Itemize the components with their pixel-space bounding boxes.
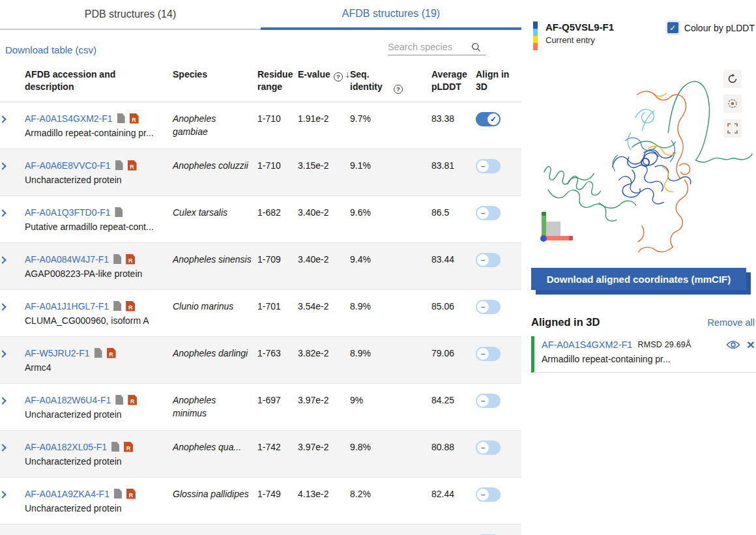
align-in-3d-toggle[interactable]: ✓ bbox=[476, 112, 501, 126]
table-row: AF-A0A1J1HGL7-F1 R CLUMA_CG000960, isofo… bbox=[0, 289, 521, 336]
search-species-input[interactable] bbox=[388, 42, 471, 52]
align-in-3d-toggle[interactable]: – bbox=[476, 394, 501, 408]
toggle-knob: – bbox=[477, 395, 489, 407]
viewer-controls bbox=[723, 70, 742, 137]
search-icon bbox=[471, 42, 481, 52]
accession-link[interactable]: AF-A0A6E8VVC0-F1 bbox=[25, 159, 111, 172]
r-file-icon[interactable]: R bbox=[126, 254, 135, 265]
remove-all-link[interactable]: Remove all bbox=[707, 317, 755, 328]
screenshot-button[interactable] bbox=[723, 94, 742, 113]
align-in-3d-toggle[interactable]: – bbox=[476, 206, 501, 220]
description-text: Armc4 bbox=[25, 361, 167, 374]
description-text: Putative armadillo repeat-cont... bbox=[25, 220, 167, 233]
accession-link[interactable]: AF-A0A1J1HGL7-F1 bbox=[25, 300, 109, 313]
current-entry-subtitle: Current entry bbox=[545, 35, 756, 45]
col-species: Species bbox=[173, 66, 257, 102]
expand-chevron-icon[interactable] bbox=[0, 162, 7, 169]
residue-range: 1-763 bbox=[257, 336, 298, 383]
seq-identity: 9.4% bbox=[350, 242, 431, 289]
document-file-icon[interactable] bbox=[115, 395, 123, 405]
align-in-3d-toggle[interactable]: – bbox=[476, 441, 501, 455]
document-file-icon[interactable] bbox=[117, 113, 125, 123]
align-in-3d-toggle[interactable]: – bbox=[476, 300, 501, 314]
colour-by-plddt-label: Colour by pLDDT bbox=[684, 23, 755, 33]
document-file-icon[interactable] bbox=[111, 442, 119, 452]
document-file-icon[interactable] bbox=[114, 489, 122, 499]
aligned-entry-card: AF-A0A1S4GXM2-F1 RMSD 29.69Å × Armadillo… bbox=[531, 336, 756, 373]
tab-afdb-structures[interactable]: AFDB structures (19) bbox=[261, 0, 521, 30]
expand-chevron-icon[interactable] bbox=[0, 491, 7, 498]
expand-chevron-icon[interactable] bbox=[0, 444, 7, 451]
toggle-knob: ✓ bbox=[487, 113, 499, 125]
align-in-3d-toggle[interactable]: – bbox=[476, 159, 501, 173]
aligned-entry-rmsd: RMSD 29.69Å bbox=[637, 340, 691, 349]
help-icon: ? bbox=[394, 85, 403, 94]
table-row: AF-A0A182W6U4-F1 R Uncharacterized prote… bbox=[0, 383, 521, 430]
help-icon: ? bbox=[334, 72, 343, 81]
origin-dot bbox=[540, 235, 547, 242]
r-file-icon[interactable]: R bbox=[128, 160, 137, 171]
seq-identity: 9.7% bbox=[350, 102, 431, 149]
expand-chevron-icon[interactable] bbox=[0, 397, 7, 404]
expand-chevron-icon[interactable] bbox=[0, 350, 7, 357]
toggle-knob: – bbox=[477, 348, 489, 360]
remove-aligned-entry-button[interactable]: × bbox=[747, 340, 755, 350]
download-csv-link[interactable]: Download table (csv) bbox=[5, 44, 96, 55]
accession-link[interactable]: AF-A0A1S4GXM2-F1 bbox=[25, 112, 113, 125]
expand-chevron-icon[interactable] bbox=[0, 115, 7, 123]
species-name: Anopheles gambiae bbox=[173, 113, 216, 137]
document-file-icon[interactable] bbox=[115, 160, 123, 170]
description-text: Uncharacterized protein bbox=[25, 408, 167, 421]
evalue: 5.61e-2 bbox=[298, 524, 350, 535]
accession-link[interactable]: AF-A0A1A9ZKA4-F1 bbox=[25, 487, 109, 500]
viewer-pane: AF-Q5VSL9-F1 Current entry ✓ Colour by p… bbox=[531, 0, 756, 535]
align-in-3d-toggle[interactable]: – bbox=[476, 347, 501, 361]
aligned-entry-link[interactable]: AF-A0A1S4GXM2-F1 bbox=[542, 340, 632, 350]
avg-plddt: 85.06 bbox=[431, 289, 476, 336]
document-file-icon[interactable] bbox=[113, 254, 121, 264]
r-file-icon[interactable]: R bbox=[107, 348, 116, 358]
expand-chevron-icon[interactable] bbox=[0, 303, 7, 310]
r-file-icon[interactable]: R bbox=[124, 442, 133, 452]
expand-chevron-icon[interactable] bbox=[0, 209, 7, 216]
residue-range: 1-749 bbox=[257, 477, 298, 524]
table-row: AF-A0A1S4GXM2-F1 R Armadillo repeat-cont… bbox=[0, 102, 521, 149]
avg-plddt: 82.44 bbox=[431, 477, 476, 524]
document-file-icon[interactable] bbox=[115, 207, 123, 217]
colour-by-plddt-checkbox[interactable]: ✓ bbox=[667, 22, 678, 33]
reset-view-button[interactable] bbox=[723, 70, 742, 88]
r-file-icon[interactable]: R bbox=[126, 301, 135, 311]
align-in-3d-toggle[interactable]: – bbox=[476, 487, 501, 502]
align-in-3d-toggle[interactable]: – bbox=[476, 253, 501, 267]
r-file-icon[interactable]: R bbox=[130, 113, 139, 124]
seq-identity: 8.8% bbox=[350, 524, 431, 535]
toggle-knob: – bbox=[477, 160, 489, 172]
r-file-icon[interactable]: R bbox=[126, 489, 136, 499]
afdb-structures-table: AFDB accession and description Species R… bbox=[0, 66, 521, 535]
visibility-toggle-button[interactable] bbox=[726, 340, 740, 349]
accession-link[interactable]: AF-W5JRU2-F1 bbox=[25, 347, 90, 360]
avg-plddt: 80.88 bbox=[431, 430, 476, 477]
accession-link[interactable]: AF-A0A182W6U4-F1 bbox=[25, 394, 111, 407]
accession-link[interactable]: AF-A0A182XL05-F1 bbox=[25, 441, 107, 454]
gizmo-plane bbox=[546, 222, 560, 236]
col-evalue-sort[interactable]: E-value?↓ bbox=[298, 66, 350, 102]
tab-pdb-structures[interactable]: PDB structures (14) bbox=[0, 0, 261, 30]
evalue: 4.13e-2 bbox=[298, 477, 350, 524]
structures-tabs: PDB structures (14) AFDB structures (19) bbox=[0, 0, 521, 30]
r-file-icon[interactable]: R bbox=[128, 395, 137, 405]
expand-chevron-icon[interactable] bbox=[0, 256, 7, 263]
accession-link[interactable]: AF-A0A084W4J7-F1 bbox=[25, 253, 109, 266]
axes-gizmo bbox=[542, 207, 581, 240]
avg-plddt: 83.81 bbox=[431, 149, 476, 195]
document-file-icon[interactable] bbox=[94, 348, 102, 358]
close-icon: × bbox=[747, 340, 755, 350]
download-aligned-coordinates-button[interactable]: Download aligned coordinates (mmCIF) bbox=[531, 268, 746, 290]
fullscreen-button[interactable] bbox=[723, 119, 742, 137]
description-text: Uncharacterized protein bbox=[25, 173, 167, 186]
document-file-icon[interactable] bbox=[113, 301, 121, 311]
eye-icon bbox=[726, 340, 740, 349]
accession-link[interactable]: AF-A0A1Q3FTD0-F1 bbox=[25, 206, 110, 219]
protein-structure-viewer[interactable] bbox=[531, 68, 756, 259]
species-name: Anopheles coluzzii bbox=[173, 160, 248, 171]
